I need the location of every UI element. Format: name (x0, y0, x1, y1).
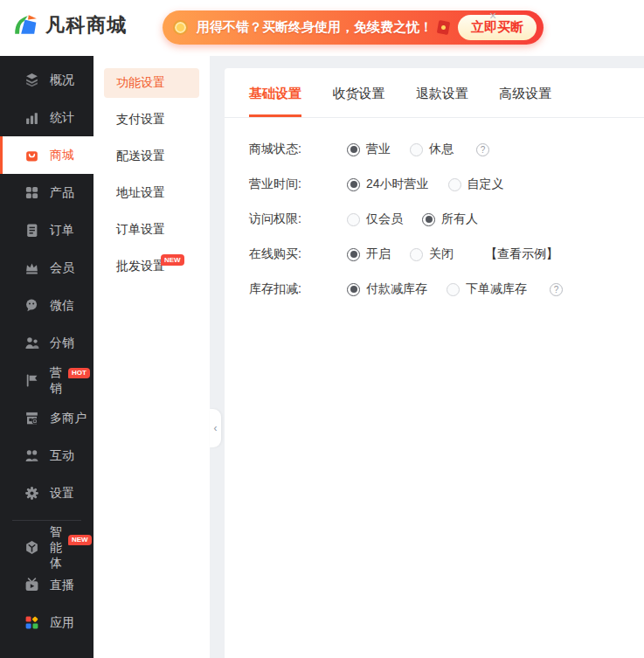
sidebar-item-label: 多商户 (50, 411, 87, 426)
secondary-sidebar: 功能设置 支付设置 配送设置 地址设置 订单设置 批发设置NEW (93, 56, 210, 658)
sidebar-item-orders[interactable]: 订单 (0, 211, 93, 249)
form-row-access-permission: 访问权限: 仅会员 所有人 (249, 211, 620, 227)
radio-label: 所有人 (441, 211, 478, 227)
banner-close-icon[interactable]: × (486, 9, 500, 23)
field-label: 访问权限: (249, 211, 347, 227)
radio-icon[interactable] (347, 178, 360, 191)
field-label: 营业时间: (249, 177, 347, 192)
tab-basic-settings[interactable]: 基础设置 (249, 86, 301, 117)
radio-option-open[interactable]: 营业 (347, 142, 391, 157)
form-row-business-hours: 营业时间: 24小时营业 自定义 (249, 177, 620, 192)
tab-receiving-settings[interactable]: 收货设置 (332, 86, 384, 114)
sidebar-item-label: 应用 (50, 615, 74, 631)
sidebar-item-multi-merchant[interactable]: 多商户 (0, 399, 93, 437)
sidebar-item-ai-agent[interactable]: 智能体 NEW (0, 529, 93, 566)
radio-icon[interactable] (410, 143, 423, 156)
sidebar-item-label: 微信 (50, 298, 74, 314)
store-icon (24, 411, 39, 426)
radio-option-custom[interactable]: 自定义 (448, 177, 504, 192)
radio-icon[interactable] (347, 248, 360, 261)
sidebar-item-apps[interactable]: 应用 (0, 604, 93, 641)
new-badge: NEW (161, 254, 184, 266)
sidebar-item-mall[interactable]: 商城 (0, 136, 93, 174)
sidebar-item-label: 分销 (50, 336, 74, 351)
radio-option-members-only[interactable]: 仅会员 (347, 211, 403, 227)
sidebar-item-wechat[interactable]: 微信 (0, 287, 93, 324)
radio-option-deduct-on-order[interactable]: 下单减库存 (447, 281, 527, 297)
field-label: 商城状态: (249, 142, 347, 157)
view-example-link[interactable]: 【查看示例】 (485, 246, 558, 262)
sidebar-item-label: 会员 (50, 260, 74, 276)
radio-option-deduct-on-payment[interactable]: 付款减库存 (347, 281, 427, 297)
order-list-icon (24, 223, 39, 238)
coin-icon (173, 20, 188, 35)
group-icon (24, 448, 39, 463)
sidebar-item-settings[interactable]: 设置 (0, 474, 93, 512)
tab-refund-settings[interactable]: 退款设置 (416, 86, 468, 114)
form-row-stock-deduction: 库存扣减: 付款减库存 下单减库存 (249, 281, 620, 297)
radio-icon[interactable] (422, 213, 435, 226)
submenu-item-payment-settings[interactable]: 支付设置 (104, 105, 199, 135)
bar-chart-icon (24, 110, 39, 125)
brand-name: 凡科商城 (45, 12, 128, 38)
field-label: 库存扣减: (249, 281, 347, 297)
radio-icon[interactable] (448, 178, 461, 191)
tab-advanced-settings[interactable]: 高级设置 (499, 86, 551, 114)
radio-icon[interactable] (347, 283, 360, 296)
sidebar-item-statistics[interactable]: 统计 (0, 99, 93, 136)
sidebar-item-products[interactable]: 产品 (0, 174, 93, 211)
sidebar-item-distribution[interactable]: 分销 (0, 324, 93, 362)
radio-label: 仅会员 (366, 211, 403, 227)
layers-icon (24, 73, 39, 87)
radio-label: 关闭 (429, 246, 454, 262)
sidebar-divider (12, 520, 81, 521)
brand-logo-icon (12, 12, 38, 38)
radio-label: 开启 (366, 246, 391, 262)
radio-option-enable[interactable]: 开启 (347, 246, 391, 262)
form-row-mall-status: 商城状态: 营业 休息 (249, 142, 620, 157)
live-tv-icon (24, 578, 39, 592)
primary-sidebar: 概况 统计 商城 产品 订单 (0, 56, 93, 658)
new-badge: NEW (68, 535, 92, 545)
sidebar-item-live[interactable]: 直播 (0, 566, 93, 604)
submenu-item-order-settings[interactable]: 订单设置 (104, 215, 199, 245)
sidebar-item-label: 产品 (50, 185, 74, 201)
submenu-item-wholesale-settings[interactable]: 批发设置NEW (104, 252, 199, 281)
app-window: 凡科商城 用得不错？买断终身使用，免续费之忧！ 立即买断 × 概况 统计 (0, 0, 644, 658)
sidebar-collapse-handle[interactable] (210, 409, 221, 447)
radio-label: 下单减库存 (466, 281, 527, 297)
radio-icon[interactable] (347, 213, 360, 226)
radio-label: 休息 (429, 142, 454, 157)
form-row-online-purchase: 在线购买: 开启 关闭 【查看示例】 (249, 246, 620, 262)
apps-icon (24, 615, 39, 630)
sidebar-item-overview[interactable]: 概况 (0, 61, 93, 99)
wechat-icon (24, 298, 39, 313)
radio-label: 营业 (366, 142, 391, 157)
field-label: 在线购买: (249, 246, 347, 262)
radio-icon[interactable] (410, 248, 423, 261)
sidebar-item-marketing[interactable]: 营销 HOT (0, 362, 93, 399)
submenu-item-address-settings[interactable]: 地址设置 (104, 178, 199, 208)
help-icon[interactable] (550, 283, 563, 296)
sidebar-item-members[interactable]: 会员 (0, 249, 93, 287)
crown-icon (24, 260, 39, 275)
radio-option-24h[interactable]: 24小时营业 (347, 177, 429, 192)
sidebar-item-label: 设置 (50, 486, 74, 502)
ai-cube-icon (24, 540, 39, 555)
radio-option-rest[interactable]: 休息 (410, 142, 454, 157)
help-icon[interactable] (476, 143, 489, 156)
radio-icon[interactable] (447, 283, 460, 296)
submenu-item-function-settings[interactable]: 功能设置 (104, 68, 199, 98)
radio-label: 付款减库存 (366, 281, 427, 297)
settings-tabbar: 基础设置 收货设置 退款设置 高级设置 (225, 68, 644, 118)
radio-option-everyone[interactable]: 所有人 (422, 211, 478, 227)
radio-icon[interactable] (347, 143, 360, 156)
submenu-item-delivery-settings[interactable]: 配送设置 (104, 142, 199, 171)
hot-badge: HOT (68, 368, 90, 378)
people-icon (24, 336, 39, 350)
red-envelope-icon (437, 20, 450, 35)
submenu-item-label: 批发设置 (116, 259, 165, 273)
radio-option-disable[interactable]: 关闭 (410, 246, 454, 262)
sidebar-item-interaction[interactable]: 互动 (0, 437, 93, 474)
sidebar-item-label: 互动 (50, 448, 74, 464)
